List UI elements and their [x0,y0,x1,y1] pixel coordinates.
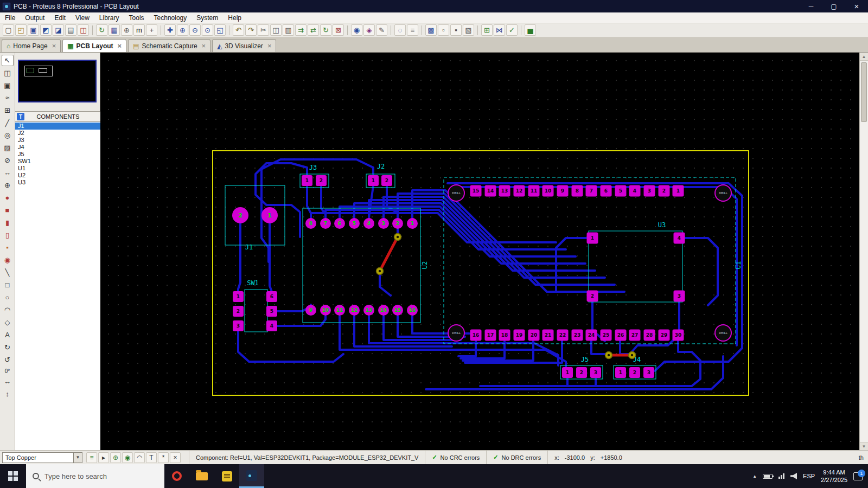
component-tool-icon[interactable]: ◫ [2,67,14,79]
proteus-icon[interactable] [239,464,264,488]
copper-trace[interactable] [458,187,737,345]
dimension-tool-icon[interactable]: ↔ [2,167,14,178]
minimize-button[interactable]: ─ [800,0,822,12]
maximize-button[interactable]: ▢ [822,0,845,12]
zone-tool-icon[interactable]: ▨ [2,142,14,153]
edge-pad-tool-icon[interactable]: ▯ [2,229,14,241]
remove-sheet-icon[interactable]: ▪ [450,24,462,36]
attribute-tool-icon[interactable]: ✎ [376,24,387,36]
design-rule-check-icon[interactable]: ✓ [506,24,518,36]
component-list-item-sw1[interactable]: SW1 [15,158,100,165]
component-list-item-u2[interactable]: U2 [15,172,100,179]
property-tool-icon[interactable]: ≡ [407,24,418,36]
selection-tool-icon[interactable]: ↖ [2,55,14,66]
battery-icon[interactable] [763,474,773,479]
tab-home-page[interactable]: ⌂Home Page× [2,39,61,52]
scrollbar-thumb[interactable] [861,62,867,122]
search-icon[interactable]: ◌ [394,24,406,36]
open-design-icon[interactable]: ◰ [15,24,27,36]
redo-icon[interactable]: ↷ [245,24,257,36]
cut-icon[interactable]: ✂ [258,24,269,36]
network-icon[interactable] [778,473,784,479]
menu-help[interactable]: Help [223,13,246,23]
origin-icon[interactable]: ⊕ [121,24,132,36]
tab-close-icon[interactable]: × [202,42,206,50]
layer-selector[interactable]: Top Copper ▼ [2,452,82,463]
box-tool-icon[interactable]: □ [2,279,14,291]
tab-3d-visualizer[interactable]: ◭3D Visualizer× [212,39,276,52]
auto-router-icon[interactable]: ⋈ [494,24,505,36]
copper-trace[interactable] [630,302,679,354]
new-sheet-icon[interactable]: ▫ [438,24,449,36]
padstack-tool-icon[interactable]: ◉ [2,254,14,266]
component-list-item-u1[interactable]: U1 [15,165,100,172]
ratsnest-tool-icon[interactable]: ⊞ [2,105,14,116]
component-list-item-j3[interactable]: J3 [15,137,100,144]
browser-icon[interactable] [164,464,189,488]
taskbar-clock[interactable]: 9:44 AM 2/27/2025 [821,468,847,484]
pan-icon[interactable]: ✚ [164,24,176,36]
save-design-icon[interactable]: ▣ [28,24,39,36]
auto-track-necking-icon[interactable]: ⊕ [110,452,121,463]
menu-library[interactable]: Library [94,13,124,23]
circle-tool-icon[interactable]: ○ [2,292,14,303]
zone-recalc-icon[interactable]: ▧ [463,24,474,36]
keepout-tool-icon[interactable]: ⊘ [2,155,14,166]
pick-parts-icon[interactable]: ◉ [351,24,362,36]
component-list-item-j1[interactable]: J1 [15,123,100,130]
menu-system[interactable]: System [192,13,223,23]
copper-trace[interactable] [326,210,566,249]
line-tool-icon[interactable]: ╲ [2,267,14,278]
path-tool-icon[interactable]: ◇ [2,317,14,328]
mirror-x-icon[interactable]: ↔ [2,376,14,387]
via-style-icon[interactable]: ◉ [122,452,133,463]
copy-icon[interactable]: ◫ [270,24,282,36]
via-tool-icon[interactable]: ◎ [2,130,14,141]
snap-icon[interactable]: + [146,24,157,36]
component-list-item-u3[interactable]: U3 [15,179,100,186]
copper-trace[interactable] [277,316,326,326]
net-highlight-tool-icon[interactable]: ≈ [2,92,14,104]
layer-selector-arrow[interactable]: ▼ [73,453,82,463]
mirror-y-icon[interactable]: ↕ [2,388,14,400]
copper-trace[interactable] [238,223,240,292]
block-copy-icon[interactable]: ⇉ [295,24,307,36]
copper-trace[interactable] [685,238,718,305]
smt-pad-tool-icon[interactable]: ▪ [2,242,14,253]
copper-trace[interactable] [591,341,607,354]
copper-trace[interactable] [238,330,343,362]
undo-icon[interactable]: ↶ [233,24,244,36]
scroll-down-arrow[interactable]: ▼ [860,442,868,450]
top-copper-trace[interactable] [380,237,398,271]
copper-trace[interactable] [311,213,556,242]
round-pad-tool-icon[interactable]: ● [2,192,14,203]
zoom-in-icon[interactable]: ⊕ [177,24,188,36]
menu-output[interactable]: Output [20,13,49,23]
pcb-canvas[interactable]: J121J312J212U287654321910111213141516SW1… [100,53,859,450]
menu-view[interactable]: View [71,13,94,23]
design-explorer-icon[interactable]: ▩ [425,24,437,36]
start-button[interactable] [0,464,26,488]
block-rotate-icon[interactable]: ↻ [320,24,331,36]
menu-technology[interactable]: Technology [149,13,192,23]
file-explorer-icon[interactable] [189,464,214,488]
new-layout-icon[interactable]: ▢ [3,24,14,36]
package-tool-icon[interactable]: ▣ [2,80,14,91]
dil-pad-tool-icon[interactable]: ▮ [2,217,14,228]
import-icon[interactable]: ◩ [40,24,52,36]
notes-icon[interactable] [214,464,239,488]
rotate-ccw-icon[interactable]: ↺ [2,354,14,365]
rotate-cw-icon[interactable]: ↻ [2,342,14,353]
components-toggle-icon[interactable]: T [17,113,24,120]
grid-toggle-icon[interactable]: ▦ [108,24,120,36]
tray-chevron-icon[interactable]: ▲ [752,474,757,479]
zoom-area-icon[interactable]: ◱ [214,24,226,36]
component-list-item-j4[interactable]: J4 [15,144,100,151]
square-pad-tool-icon[interactable]: ■ [2,204,14,216]
copper-trace[interactable] [256,163,307,237]
track-tool-icon[interactable]: ╱ [2,117,14,129]
menu-edit[interactable]: Edit [49,13,71,23]
text-cursor-icon[interactable]: T [146,452,157,463]
refresh-display-icon[interactable]: ↻ [96,24,107,36]
tab-schematic-capture[interactable]: ▤Schematic Capture× [128,39,210,52]
